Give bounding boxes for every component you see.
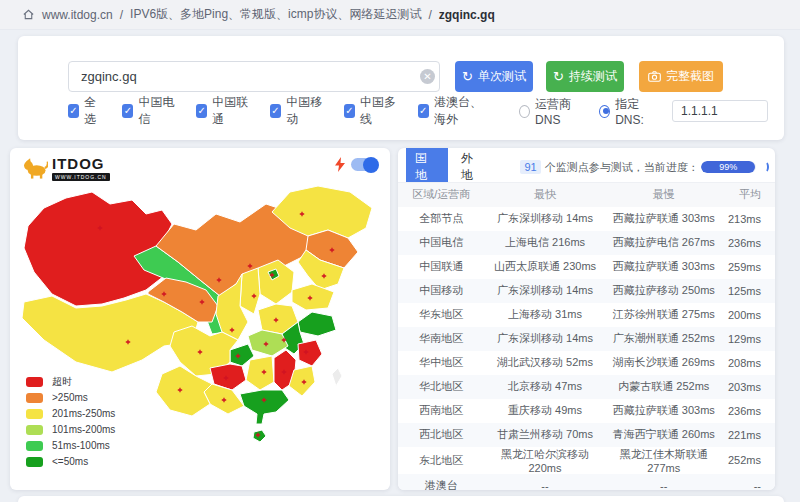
table-cell: 湖南长沙联通 269ms bbox=[605, 351, 722, 375]
table-cell: 203ms bbox=[722, 375, 775, 399]
table-cell: 西藏拉萨联通 303ms bbox=[605, 207, 722, 231]
checkbox-label: 中国联通 bbox=[212, 94, 251, 128]
table-cell: 重庆移动 49ms bbox=[485, 399, 606, 423]
checkbox-label: 中国多线 bbox=[360, 94, 399, 128]
progress-bar: 99% bbox=[701, 161, 756, 173]
breadcrumb-category[interactable]: IPV6版、多地Ping、常规版、icmp协议、网络延迟测试 bbox=[130, 6, 421, 23]
table-cell: 黑龙江佳木斯联通 277ms bbox=[605, 447, 722, 474]
legend-item: 101ms-200ms bbox=[26, 424, 115, 435]
results-table: 区域/运营商最快最慢平均 全部节点广东深圳移动 14ms西藏拉萨联通 303ms… bbox=[398, 182, 775, 490]
table-row: 华北地区北京移动 47ms内蒙古联通 252ms203ms bbox=[398, 375, 775, 399]
legend-label: <=50ms bbox=[52, 456, 88, 467]
table-row: 港澳台------ bbox=[398, 474, 775, 491]
checkbox-中国联通[interactable]: ✓中国联通 bbox=[196, 94, 251, 128]
table-cell: 全部节点 bbox=[398, 207, 485, 231]
legend-label: 101ms-200ms bbox=[52, 424, 115, 435]
lightning-icon[interactable] bbox=[335, 157, 345, 172]
legend-swatch bbox=[26, 409, 43, 419]
table-cell: 西南地区 bbox=[398, 399, 485, 423]
legend-swatch bbox=[26, 425, 43, 435]
table-cell: 内蒙古联通 252ms bbox=[605, 375, 722, 399]
table-row: 全部节点广东深圳移动 14ms西藏拉萨联通 303ms213ms bbox=[398, 207, 775, 231]
full-screenshot-button[interactable]: 完整截图 bbox=[639, 61, 723, 92]
host-input[interactable] bbox=[68, 61, 440, 92]
breadcrumb-separator: / bbox=[120, 8, 123, 22]
checkbox-中国多线[interactable]: ✓中国多线 bbox=[344, 94, 399, 128]
checkbox-港澳台、海外[interactable]: ✓港澳台、海外 bbox=[418, 94, 493, 128]
results-table-header-row: 区域/运营商最快最慢平均 bbox=[398, 183, 775, 207]
radio-指定DNS[interactable]: 指定DNS: bbox=[599, 96, 658, 127]
checkbox-label: 中国电信 bbox=[138, 94, 177, 128]
table-cell: 北京移动 47ms bbox=[485, 375, 606, 399]
results-card: 中国地区 海外地区 91 个监测点参与测试，当前进度： 99% 区域/运营商最快… bbox=[398, 148, 775, 490]
table-cell: -- bbox=[485, 474, 606, 491]
legend-item: <=50ms bbox=[26, 456, 115, 467]
checkbox-中国移动[interactable]: ✓中国移动 bbox=[270, 94, 325, 128]
checkbox-check-icon[interactable]: ✓ bbox=[68, 104, 79, 118]
table-header-cell: 平均 bbox=[722, 183, 775, 207]
table-row: 中国电信上海电信 216ms西藏拉萨电信 267ms236ms bbox=[398, 231, 775, 255]
table-cell: 甘肃兰州移动 70ms bbox=[485, 423, 606, 447]
checkbox-全选[interactable]: ✓全选 bbox=[68, 94, 103, 128]
table-row: 中国移动广东深圳移动 14ms西藏拉萨移动 250ms125ms bbox=[398, 279, 775, 303]
table-header-cell: 最快 bbox=[485, 183, 606, 207]
refresh-icon: ↻ bbox=[553, 70, 564, 83]
table-cell: 青海西宁联通 260ms bbox=[605, 423, 722, 447]
table-cell: 129ms bbox=[722, 327, 775, 351]
checkbox-check-icon[interactable]: ✓ bbox=[270, 104, 281, 118]
table-cell: 华南地区 bbox=[398, 327, 485, 351]
table-cell: 广东深圳移动 14ms bbox=[485, 279, 606, 303]
breadcrumb-site[interactable]: www.itdog.cn bbox=[42, 8, 113, 22]
checkbox-check-icon[interactable]: ✓ bbox=[418, 104, 429, 118]
dns-input[interactable] bbox=[672, 100, 768, 122]
map-region-hunan[interactable] bbox=[246, 356, 274, 390]
table-row: 华中地区湖北武汉移动 52ms湖南长沙联通 269ms208ms bbox=[398, 351, 775, 375]
checkbox-check-icon[interactable]: ✓ bbox=[344, 104, 355, 118]
checkbox-check-icon[interactable]: ✓ bbox=[196, 104, 207, 118]
map-region-hebei[interactable] bbox=[258, 260, 294, 304]
map-card: ITDOG WWW.ITDOG.CN 超时>250ms201ms-250ms10… bbox=[10, 148, 390, 490]
table-cell: -- bbox=[722, 474, 775, 491]
map-region-hainan[interactable] bbox=[253, 430, 266, 442]
table-row: 西南地区重庆移动 49ms西藏拉萨联通 303ms236ms bbox=[398, 399, 775, 423]
table-cell: 208ms bbox=[722, 351, 775, 375]
camera-icon bbox=[648, 71, 661, 82]
map-region-taiwan[interactable] bbox=[332, 368, 342, 386]
checkbox-check-icon[interactable]: ✓ bbox=[122, 104, 133, 118]
table-cell: 西藏拉萨移动 250ms bbox=[605, 279, 722, 303]
table-cell: 黑龙江哈尔滨移动 220ms bbox=[485, 447, 606, 474]
map-region-shanxi[interactable] bbox=[240, 268, 260, 314]
radio-运营商DNS[interactable]: 运营商DNS bbox=[519, 96, 585, 127]
clear-input-icon[interactable]: ✕ bbox=[420, 69, 435, 84]
table-cell: 西北地区 bbox=[398, 423, 485, 447]
table-cell: 中国移动 bbox=[398, 279, 485, 303]
progress-label: 99% bbox=[701, 161, 756, 173]
legend-label: >250ms bbox=[52, 392, 88, 403]
radio-dot-icon[interactable] bbox=[599, 105, 610, 118]
map-legend: 超时>250ms201ms-250ms101ms-200ms51ms-100ms… bbox=[26, 376, 115, 467]
table-cell: 中国联通 bbox=[398, 255, 485, 279]
legend-swatch bbox=[26, 441, 43, 451]
map-toggle-switch[interactable] bbox=[351, 158, 378, 171]
table-cell: 259ms bbox=[722, 255, 775, 279]
full-screenshot-label: 完整截图 bbox=[666, 68, 714, 85]
legend-label: 51ms-100ms bbox=[52, 440, 110, 451]
continuous-test-button[interactable]: ↻ 持续测试 bbox=[546, 61, 624, 92]
map-region-jiangsu[interactable] bbox=[298, 312, 336, 336]
table-cell: 华东地区 bbox=[398, 303, 485, 327]
checkbox-label: 中国移动 bbox=[286, 94, 325, 128]
radio-dot-icon[interactable] bbox=[519, 105, 530, 118]
table-cell: 港澳台 bbox=[398, 474, 485, 491]
legend-item: 201ms-250ms bbox=[26, 408, 115, 419]
table-cell: 上海电信 216ms bbox=[485, 231, 606, 255]
itdog-logo: ITDOG WWW.ITDOG.CN bbox=[22, 156, 110, 181]
checkbox-label: 港澳台、海外 bbox=[434, 94, 492, 128]
checkbox-中国电信[interactable]: ✓中国电信 bbox=[122, 94, 177, 128]
map-region-zhejiang[interactable] bbox=[298, 340, 322, 366]
breadcrumb-target[interactable]: zgqinc.gq bbox=[439, 8, 495, 22]
dns-options: 运营商DNS指定DNS: bbox=[519, 96, 672, 127]
table-cell: 221ms bbox=[722, 423, 775, 447]
map-region-guangdong[interactable] bbox=[240, 390, 289, 424]
legend-item: 超时 bbox=[26, 376, 115, 387]
single-test-button[interactable]: ↻ 单次测试 bbox=[455, 61, 533, 92]
